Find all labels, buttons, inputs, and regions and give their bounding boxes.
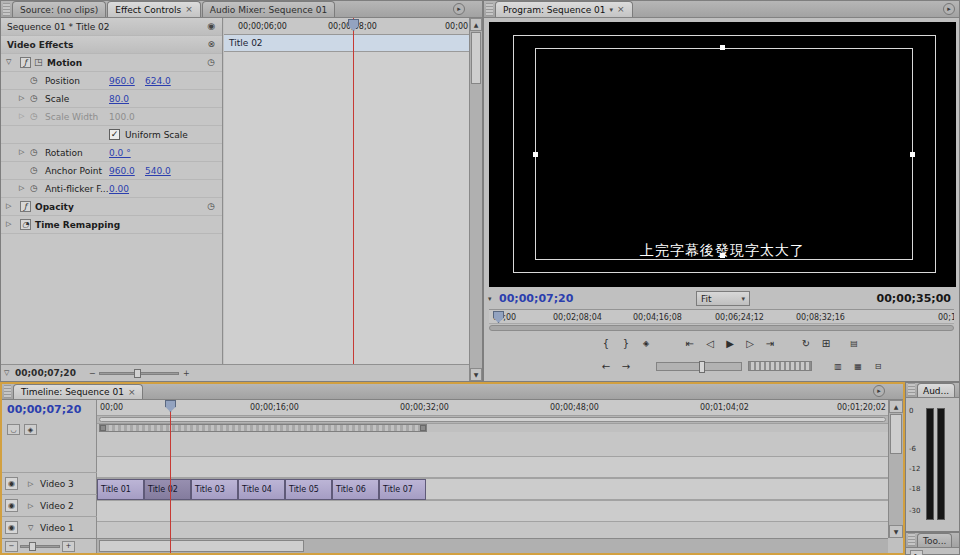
expand-anti-flicker-icon[interactable]: ▷ [19, 184, 24, 192]
position-y-value[interactable]: 624.0 [145, 76, 171, 86]
program-current-timecode[interactable]: 00;00;07;20 [499, 292, 573, 305]
track-video1[interactable] [97, 500, 888, 522]
close-icon[interactable]: × [617, 5, 625, 14]
extract-button[interactable]: ▦ [848, 358, 868, 374]
effect-row-motion[interactable]: ▽ ƒ ◳ Motion ◷ [1, 54, 222, 72]
uniform-scale-checkbox[interactable]: ✓ [109, 129, 120, 140]
anchor-y-value[interactable]: 540.0 [145, 166, 171, 176]
track-name[interactable]: Video 1 [40, 523, 74, 533]
anti-flicker-value[interactable]: 0.00 [109, 184, 129, 194]
tab-menu-icon[interactable]: ▾ [610, 6, 614, 14]
tab-source-monitor[interactable]: Source: (no clips) [12, 1, 106, 17]
close-icon[interactable]: × [128, 388, 136, 397]
timeline-time-ruler[interactable]: 00;00 00;00;16;00 00;00;32;00 00;00;48;0… [97, 400, 888, 416]
zoom-level-dropdown[interactable]: Fit ▾ [696, 291, 750, 306]
zoom-slider-thumb[interactable] [29, 542, 36, 551]
shuttle-knob[interactable] [699, 361, 705, 373]
panel-drag-gripper[interactable] [908, 533, 915, 546]
toggle-animation-icon[interactable]: ◷ [30, 75, 38, 85]
go-to-previous-edit-button[interactable]: ← [596, 358, 616, 374]
expand-time-remapping-icon[interactable]: ▷ [6, 220, 11, 228]
scrollbar-thumb[interactable] [471, 32, 481, 84]
effect-controls-scrollbar[interactable]: ▲ ▼ [469, 18, 482, 381]
fx-enabled-icon[interactable]: ƒ [20, 201, 31, 212]
tab-effect-controls[interactable]: Effect Controls × [107, 1, 201, 17]
panel-drag-gripper[interactable] [4, 385, 11, 398]
wireframe-handle-right[interactable] [910, 152, 915, 157]
wireframe-handle-top[interactable] [720, 45, 725, 50]
play-button[interactable]: ▶ [720, 335, 740, 351]
footer-timecode[interactable]: 00;00;07;20 [15, 368, 76, 378]
toggle-animation-icon[interactable]: ◷ [30, 147, 38, 157]
timeline-zoom-out-button[interactable]: − [5, 541, 18, 552]
toggle-track-output-button[interactable]: ◉ [5, 499, 18, 512]
track-header-video2[interactable]: ◉ ▷ Video 2 [2, 494, 97, 516]
expand-track-icon[interactable]: ▽ [28, 524, 33, 532]
mark-in-button[interactable]: { [596, 335, 616, 351]
timeline-zoom-in-button[interactable]: + [62, 541, 75, 552]
show-hide-effects-icon[interactable]: ◉ [207, 21, 215, 31]
timeline-horizontal-scrollbar[interactable] [97, 538, 888, 553]
timeline-current-timecode[interactable]: 00;00;07;20 [7, 403, 81, 416]
track-name[interactable]: Video 2 [40, 501, 74, 511]
timeline-clip[interactable]: Title 03 [191, 479, 238, 500]
safe-margins-button[interactable]: ⊞ [816, 335, 836, 351]
expand-scale-icon[interactable]: ▷ [19, 94, 24, 102]
mark-out-button[interactable]: } [616, 335, 636, 351]
go-to-out-button[interactable]: ⇥ [760, 335, 780, 351]
rotation-value[interactable]: 0.0 ° [109, 148, 131, 158]
track-video3[interactable] [97, 456, 888, 478]
panel-drag-gripper[interactable] [486, 3, 493, 16]
panel-menu-button[interactable]: ▸ [873, 385, 885, 397]
fx-enabled-icon[interactable]: ƒ [20, 57, 31, 68]
track-name[interactable]: Video 3 [40, 479, 74, 489]
zoom-in-icon[interactable]: + [183, 369, 190, 378]
fx-enabled-icon[interactable]: ◔ [20, 219, 31, 230]
export-frame-button[interactable]: ⊟ [868, 358, 888, 374]
track-header-video3[interactable]: ◉ ▷ Video 3 [2, 472, 97, 494]
output-button[interactable]: ▤ [844, 335, 864, 351]
lift-button[interactable]: ▥ [828, 358, 848, 374]
collapse-motion-icon[interactable]: ▽ [6, 58, 11, 66]
motion-effect-label[interactable]: Motion [47, 58, 82, 68]
add-marker-button[interactable]: ◈ [636, 335, 656, 351]
tab-tools[interactable]: Too... [917, 533, 952, 547]
panel-drag-gripper[interactable] [3, 3, 10, 16]
timeline-clip[interactable]: Title 06 [332, 479, 379, 500]
effect-controls-mini-timeline[interactable]: 00;00;06;00 00;00;08;00 00;00 Title 02 [224, 18, 469, 364]
panel-drag-gripper[interactable] [908, 383, 915, 396]
position-x-value[interactable]: 960.0 [109, 76, 135, 86]
scroll-down-icon[interactable]: ▼ [470, 368, 482, 381]
go-to-next-edit-button[interactable]: → [616, 358, 636, 374]
timeline-clip[interactable]: Title 01 [97, 479, 144, 500]
scroll-up-icon[interactable]: ▲ [889, 400, 903, 413]
program-time-ruler[interactable]: 00;00 00;02;08;04 00;04;16;08 00;06;24;1… [489, 309, 954, 324]
timeline-zoom-slider[interactable] [20, 545, 60, 548]
timeline-vertical-scrollbar[interactable]: ▲ ▼ [888, 400, 903, 538]
expand-track-icon[interactable]: ▷ [28, 480, 33, 488]
timeline-clip[interactable]: Title 04 [238, 479, 285, 500]
panel-menu-button[interactable]: ▸ [943, 3, 955, 15]
toggle-track-output-button[interactable]: ◉ [5, 477, 18, 490]
timecode-menu-icon[interactable]: ▾ [488, 295, 492, 303]
scrollbar-thumb[interactable] [890, 414, 902, 454]
collapse-icon[interactable]: ▽ [4, 369, 9, 377]
scroll-up-icon[interactable]: ▲ [470, 18, 482, 31]
wireframe-handle-left[interactable] [533, 152, 538, 157]
toggle-track-output-button[interactable]: ◉ [5, 521, 18, 534]
wireframe-handle-bottom[interactable] [720, 253, 725, 258]
expand-track-icon[interactable]: ▷ [28, 502, 33, 510]
tab-audio-mixer[interactable]: Audio Mixer: Sequence 01 [202, 1, 335, 17]
effect-row-time-remapping[interactable]: ▷ ◔ Time Remapping [1, 216, 222, 234]
timeline-playhead-line[interactable] [170, 400, 171, 553]
anchor-x-value[interactable]: 960.0 [109, 166, 135, 176]
work-area-start-handle[interactable] [100, 425, 106, 431]
timeline-clip-selected[interactable]: Title 02 [144, 479, 191, 500]
toggle-animation-icon[interactable]: ◷ [30, 93, 38, 103]
selection-tool-button[interactable]: ↖ [910, 550, 923, 555]
viewing-area-thumb[interactable] [99, 417, 886, 422]
timeline-clip[interactable]: Title 05 [285, 479, 332, 500]
time-remapping-effect-label[interactable]: Time Remapping [35, 220, 120, 230]
go-to-in-button[interactable]: ⇤ [680, 335, 700, 351]
video-effects-close-icon[interactable]: ⊗ [207, 39, 215, 49]
